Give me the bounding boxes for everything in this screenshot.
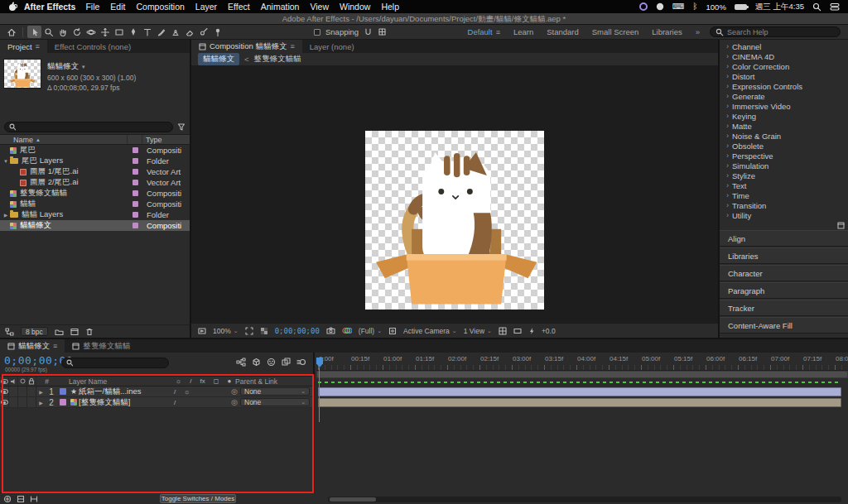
bluetooth-icon[interactable]: ᛒ bbox=[693, 2, 698, 11]
timeline-layer-row-0[interactable]: ▶1★紙箱一/貓貓...ines/☼◎None⌄ bbox=[0, 386, 313, 397]
effect-category-6[interactable]: ›Immersive Video bbox=[720, 101, 848, 111]
tab-layer[interactable]: Layer (none) bbox=[302, 40, 362, 53]
project-item-title[interactable]: 貓貓條文 ▼ bbox=[47, 61, 136, 72]
layer-duration-bar-1[interactable] bbox=[318, 398, 841, 407]
color-depth-button[interactable]: 8 bpc bbox=[21, 327, 48, 336]
snapping-checkbox[interactable] bbox=[314, 29, 320, 36]
eraser-tool[interactable] bbox=[182, 26, 196, 38]
resolution-dropdown[interactable]: (Full)⌄ bbox=[359, 327, 382, 335]
project-item-name[interactable]: 貓貓條文 bbox=[20, 220, 132, 231]
layer-visibility-cell[interactable] bbox=[0, 397, 9, 407]
project-item-thumbnail[interactable] bbox=[4, 60, 41, 88]
layer-name[interactable]: 紙箱一/貓貓...ines bbox=[79, 386, 169, 397]
label-color-chip[interactable] bbox=[132, 190, 138, 196]
delete-trash-icon[interactable] bbox=[85, 327, 94, 336]
timeline-ruler[interactable]: 0:00f00:15f01:00f01:15f02:00f02:15f03:00… bbox=[316, 353, 848, 371]
layer-solo-cell[interactable] bbox=[18, 397, 27, 407]
solo-column-icon[interactable] bbox=[18, 377, 27, 386]
pickwhip-icon[interactable]: ◎ bbox=[229, 387, 240, 396]
tab-timeline-active[interactable]: 貓貓條文 ≡ bbox=[0, 339, 65, 353]
project-row-1[interactable]: ▼尾巴 LayersFolder bbox=[0, 156, 190, 166]
expand-in-out-icon[interactable] bbox=[30, 495, 38, 503]
zoom-tool[interactable] bbox=[41, 26, 55, 38]
composition-viewport[interactable] bbox=[191, 66, 718, 323]
timeline-search-input[interactable] bbox=[76, 359, 164, 367]
column-name-label[interactable]: Name bbox=[13, 136, 33, 144]
stack-panel-0[interactable]: Align bbox=[720, 230, 848, 247]
layer-disclosure-icon[interactable]: ▶ bbox=[36, 400, 46, 406]
keyboard-icon[interactable]: ⌨ bbox=[672, 2, 684, 11]
workspace-overflow-icon[interactable]: » bbox=[696, 27, 700, 36]
project-item-name[interactable]: 貓貓 Layers bbox=[22, 209, 132, 220]
pickwhip-icon[interactable]: ◎ bbox=[229, 398, 240, 406]
layer-visibility-cell[interactable] bbox=[0, 386, 9, 396]
menubar-datetime[interactable]: 週三 上午4:35 bbox=[755, 2, 804, 12]
project-search-input[interactable] bbox=[19, 122, 168, 131]
column-parent-link[interactable]: Parent & Link bbox=[230, 377, 313, 386]
project-row-7[interactable]: 貓貓條文Compositi bbox=[0, 220, 190, 231]
frame-blending-icon[interactable] bbox=[282, 358, 291, 367]
effects-panel-menu-icon[interactable] bbox=[837, 222, 845, 230]
home-icon[interactable] bbox=[4, 26, 18, 38]
fast-previews-icon[interactable] bbox=[528, 327, 535, 335]
effect-category-14[interactable]: ›Text bbox=[720, 180, 848, 190]
row-disclosure-icon[interactable]: ▶ bbox=[2, 212, 10, 218]
puppet-pin-tool[interactable] bbox=[210, 26, 224, 38]
selection-tool[interactable] bbox=[27, 26, 41, 38]
search-help-box[interactable] bbox=[710, 26, 841, 37]
row-disclosure-icon[interactable]: ▼ bbox=[2, 159, 10, 164]
switch-icon-1[interactable]: ☼ bbox=[184, 388, 190, 396]
project-row-5[interactable]: 貓貓Compositi bbox=[0, 199, 190, 209]
pixel-aspect-icon[interactable] bbox=[513, 327, 522, 335]
control-center-icon[interactable] bbox=[830, 2, 840, 11]
layer-lock-cell[interactable] bbox=[27, 397, 36, 407]
menubar-menu-0[interactable]: File bbox=[85, 2, 99, 12]
effect-category-13[interactable]: ›Stylize bbox=[720, 170, 848, 180]
snap-option-alt-icon[interactable] bbox=[378, 27, 387, 36]
apple-icon[interactable] bbox=[8, 2, 17, 12]
tab-timeline-inactive[interactable]: 整隻條文貓貓 bbox=[65, 339, 137, 353]
panel-menu-icon[interactable]: ≡ bbox=[53, 342, 57, 350]
label-color-chip[interactable] bbox=[132, 212, 138, 218]
audio-column-icon[interactable] bbox=[9, 377, 18, 386]
effect-category-2[interactable]: ›Color Correction bbox=[720, 61, 848, 71]
effect-category-0[interactable]: ›Channel bbox=[720, 41, 848, 51]
layer-audio-cell[interactable] bbox=[9, 397, 18, 407]
project-filter-icon[interactable] bbox=[177, 122, 186, 131]
snapshot-camera-icon[interactable] bbox=[326, 327, 335, 334]
effect-category-1[interactable]: ›CINEMA 4D bbox=[720, 51, 848, 61]
parent-dropdown[interactable]: None⌄ bbox=[240, 398, 310, 406]
active-camera-dropdown[interactable]: Active Camera⌄ bbox=[403, 327, 457, 335]
tab-project[interactable]: Project ≡ bbox=[0, 40, 47, 53]
switch-icon-0[interactable]: / bbox=[174, 399, 176, 406]
project-item-name[interactable]: 尾巴 Layers bbox=[22, 156, 132, 166]
expand-layer-switches-icon[interactable] bbox=[3, 495, 12, 503]
spotlight-icon[interactable] bbox=[812, 2, 822, 12]
menubar-menu-7[interactable]: Window bbox=[340, 2, 370, 12]
composition-canvas[interactable] bbox=[365, 131, 544, 310]
eye-icon[interactable] bbox=[1, 389, 8, 394]
effect-category-10[interactable]: ›Obsolete bbox=[720, 141, 848, 151]
project-row-3[interactable]: 圖層 2/尾巴.aiVector Art bbox=[0, 177, 190, 188]
breadcrumb-parent[interactable]: 整隻條文貓貓 bbox=[254, 54, 301, 65]
status-app-icon[interactable] bbox=[639, 2, 648, 11]
motion-blur-icon[interactable] bbox=[296, 358, 306, 367]
menubar-menu-6[interactable]: View bbox=[310, 2, 329, 12]
column-type-label[interactable]: Type bbox=[142, 135, 190, 144]
timeline-horizontal-scrollbar[interactable] bbox=[328, 497, 841, 502]
always-preview-icon[interactable] bbox=[198, 327, 206, 335]
project-item-name[interactable]: 尾巴 bbox=[20, 145, 132, 156]
draft-3d-icon[interactable] bbox=[252, 358, 261, 367]
project-row-2[interactable]: 圖層 1/尾巴.aiVector Art bbox=[0, 166, 190, 177]
show-channels-icon[interactable] bbox=[342, 327, 352, 334]
workspace-item-0[interactable]: Default≡ bbox=[468, 27, 500, 36]
new-composition-icon[interactable] bbox=[70, 328, 79, 336]
rotation-tool[interactable] bbox=[70, 26, 84, 38]
menubar-menu-4[interactable]: Effect bbox=[228, 2, 250, 12]
layer-audio-cell[interactable] bbox=[9, 386, 18, 396]
flyout-caret-icon[interactable]: ▼ bbox=[81, 65, 86, 70]
project-row-6[interactable]: ▶貓貓 LayersFolder bbox=[0, 209, 190, 220]
effect-category-5[interactable]: ›Generate bbox=[720, 91, 848, 101]
grid-guides-icon[interactable] bbox=[499, 327, 507, 335]
new-folder-icon[interactable] bbox=[55, 328, 64, 336]
